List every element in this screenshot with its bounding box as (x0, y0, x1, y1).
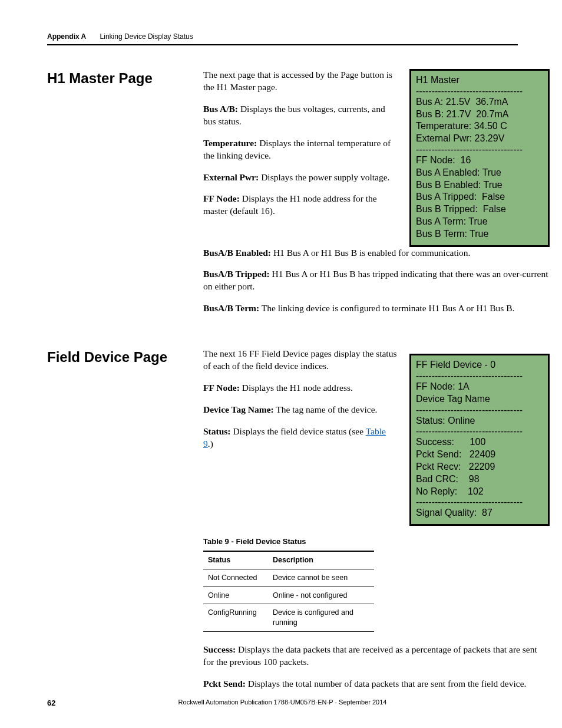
lcd1-bus-b-term: Bus B Term: True (416, 228, 543, 241)
th-description: Description (268, 551, 374, 569)
p2-status: Status: Displays the field device status… (203, 426, 398, 450)
page-footer: 62 Rockwell Automation Publication 1788-… (47, 699, 518, 707)
header-title: Linking Device Display Status (100, 32, 193, 41)
lcd1-sep1: ---------------------------------- (416, 87, 543, 96)
success-text: Displays the data packets that are recei… (203, 644, 537, 667)
lcd2-device-tag: Device Tag Name (416, 393, 543, 406)
lcd2-status: Status: Online (416, 415, 543, 427)
extpwr-label: External Pwr: (203, 172, 259, 182)
lcd1-bus-b: Bus B: 21.7V 20.7mA (416, 108, 543, 121)
p-busab: Bus A/B: Displays the bus voltages, curr… (203, 103, 398, 128)
field-device-heading: Field Device Page (47, 348, 203, 366)
p-extpwr: External Pwr: Displays the power supply … (203, 172, 398, 184)
th-status: Status (203, 551, 268, 569)
p2-intro: The next 16 FF Field Device pages displa… (203, 348, 398, 373)
ffnode-label: FF Node: (203, 193, 240, 203)
lcd2-no-reply: No Reply: 102 (416, 486, 543, 498)
p-ffnode: FF Node: Displays the H1 node address fo… (203, 193, 398, 218)
pktsend-text: Displays the total number of data packet… (246, 678, 526, 689)
tagname-label: Device Tag Name: (203, 404, 274, 414)
lcd1-title: H1 Master (416, 74, 543, 87)
lcd1-sep2: ---------------------------------- (416, 145, 543, 154)
status-label: Status: (203, 426, 231, 436)
busterm-label: BusA/B Term: (203, 303, 259, 313)
p-bustripped: BusA/B Tripped: H1 Bus A or H1 Bus B has… (203, 268, 550, 293)
p2-pktsend: Pckt Send: Displays the total number of … (203, 678, 550, 690)
p-busenabled: BusA/B Enabled: H1 Bus A or H1 Bus B is … (203, 247, 550, 259)
bustripped-label: BusA/B Tripped: (203, 269, 270, 279)
cell-status: Online (203, 587, 268, 604)
running-header: Appendix A Linking Device Display Status (47, 32, 518, 41)
lcd1-bus-b-enabled: Bus B Enabled: True (416, 179, 543, 192)
table-row: Online Online - not configured (203, 587, 374, 604)
p2-tagname: Device Tag Name: The tag name of the dev… (203, 404, 398, 416)
pktsend-label: Pckt Send: (203, 678, 246, 689)
header-rule (47, 44, 518, 45)
table-row: ConfigRunning Device is configured and r… (203, 604, 374, 632)
page: Appendix A Linking Device Display Status… (0, 0, 562, 728)
lcd1-bus-a-term: Bus A Term: True (416, 216, 543, 228)
success-label: Success: (203, 644, 236, 654)
lcd-h1-master: H1 Master ------------------------------… (409, 69, 550, 247)
appendix-label: Appendix A (47, 32, 86, 41)
cell-status: ConfigRunning (203, 604, 268, 632)
lcd2-sep1: ---------------------------------- (416, 371, 543, 381)
cell-desc: Device is configured and running (268, 604, 374, 632)
cell-desc: Device cannot be seen (268, 569, 374, 587)
busab-label: Bus A/B: (203, 104, 238, 114)
lcd1-bus-a: Bus A: 21.5V 36.7mA (416, 96, 543, 108)
status-table: Status Description Not Connected Device … (203, 551, 374, 632)
extpwr-text: Displays the power supply voltage. (259, 172, 389, 182)
cell-desc: Online - not configured (268, 587, 374, 604)
lcd2-ffnode: FF Node: 1A (416, 381, 543, 393)
lcd2-bad-crc: Bad CRC: 98 (416, 473, 543, 486)
table-row: Not Connected Device cannot be seen (203, 569, 374, 587)
lcd2-success: Success: 100 (416, 436, 543, 449)
lcd2-sep3: ---------------------------------- (416, 427, 543, 436)
status-text-after: .) (208, 439, 213, 449)
lcd1-temperature: Temperature: 34.50 C (416, 120, 543, 133)
lcd2-sep4: ---------------------------------- (416, 498, 543, 507)
lcd2-sep2: ---------------------------------- (416, 406, 543, 415)
p-intro: The next page that is accessed by the Pa… (203, 69, 398, 94)
lcd2-title: FF Field Device - 0 (416, 359, 543, 371)
busenabled-label: BusA/B Enabled: (203, 248, 271, 258)
lcd2-pckt-send: Pckt Send: 22409 (416, 449, 543, 461)
lcd2-pckt-recv: Pckt Recv: 22209 (416, 461, 543, 473)
section-h1-master: H1 Master Page The next page that is acc… (47, 69, 518, 324)
temp-label: Temperature: (203, 138, 257, 148)
status-text-before: Displays the field device status (see (231, 426, 366, 436)
tagname-text: The tag name of the device. (274, 404, 378, 414)
table-caption: Table 9 - Field Device Status (203, 536, 550, 547)
ffnode2-label: FF Node: (203, 383, 240, 393)
section-field-device: Field Device Page The next 16 FF Field D… (47, 348, 518, 700)
lcd1-bus-a-tripped: Bus A Tripped: False (416, 191, 543, 203)
p2-success: Success: Displays the data packets that … (203, 644, 550, 668)
p-busterm: BusA/B Term: The linking device is confi… (203, 302, 550, 315)
lcd2-sig-quality: Signal Quality: 87 (416, 507, 543, 519)
busterm-text: The linking device is configured to term… (259, 303, 514, 313)
publication-info: Rockwell Automation Publication 1788-UM0… (47, 699, 518, 706)
h1-master-heading: H1 Master Page (47, 69, 203, 87)
cell-status: Not Connected (203, 569, 268, 587)
p-temperature: Temperature: Displays the internal tempe… (203, 137, 398, 162)
busenabled-text: H1 Bus A or H1 Bus B is enabled for comm… (271, 248, 470, 258)
lcd1-bus-a-enabled: Bus A Enabled: True (416, 167, 543, 179)
lcd1-extpwr: External Pwr: 23.29V (416, 133, 543, 145)
lcd1-ffnode: FF Node: 16 (416, 154, 543, 167)
lcd-field-device: FF Field Device - 0 --------------------… (409, 354, 550, 526)
ffnode2-text: Displays the H1 node address. (240, 383, 353, 393)
table-header-row: Status Description (203, 551, 374, 569)
p2-ffnode: FF Node: Displays the H1 node address. (203, 382, 398, 394)
lcd1-bus-b-tripped: Bus B Tripped: False (416, 203, 543, 216)
